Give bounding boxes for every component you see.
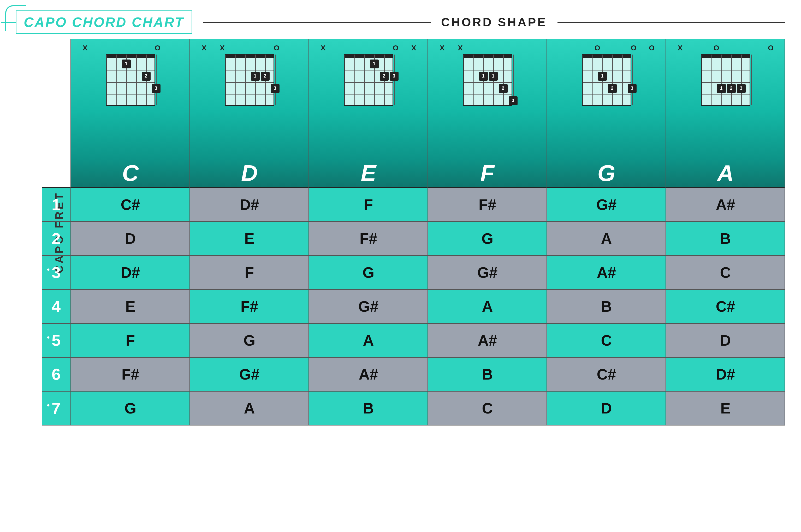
fret-dot: •: [47, 333, 50, 342]
data-cell-fret5-chorde: A: [309, 324, 427, 358]
data-cell-fret3-chordd: F: [190, 256, 308, 290]
string-marker: O: [273, 44, 281, 52]
finger-dot: 2: [608, 84, 617, 93]
string-marker: [291, 44, 299, 52]
string-line: [474, 55, 474, 105]
data-cell-fret7-chorde: B: [309, 392, 427, 425]
string-marker: O: [392, 44, 400, 52]
finger-dot: 3: [390, 72, 399, 81]
chord-col-d: XXO123DD#EFF#GG#A: [190, 39, 309, 425]
string-marker: X: [410, 44, 418, 52]
string-line: [583, 55, 583, 105]
diagram-area: XOO123: [666, 39, 785, 159]
string-markers: XXO: [193, 44, 306, 52]
data-cell-fret7-chordc: G: [71, 392, 190, 425]
finger-dot: 3: [628, 84, 636, 93]
string-marker: [117, 44, 125, 52]
data-cell-fret4-chorde: G#: [309, 290, 427, 324]
diagram-area: XOX123: [309, 39, 427, 159]
data-cell-fret2-chordg: A: [547, 222, 666, 256]
finger-dot: 2: [499, 84, 508, 93]
fret-number: 1: [52, 195, 60, 214]
string-markers: XOO: [669, 44, 782, 52]
chord-shape-label-container: CHORD SHAPE: [203, 15, 785, 29]
data-cell-fret1-chordc: C#: [71, 188, 190, 222]
data-cell-fret5-chordf: A#: [428, 324, 547, 358]
chord-col-e: XOX123EFF#GG#AA#B: [309, 39, 428, 425]
data-cell-fret1-chordf: F#: [428, 188, 547, 222]
data-cell-fret6-chordd: G#: [190, 358, 308, 392]
data-cell-fret2-chordc: D: [71, 222, 190, 256]
finger-dot: 1: [251, 72, 260, 81]
chord-col-a: XOO123AA#BCC#DD#E: [666, 39, 785, 425]
string-marker: [475, 44, 482, 52]
chord-name-row: F: [428, 159, 547, 188]
string-line: [344, 55, 345, 105]
string-marker: O: [593, 44, 601, 52]
finger-dot: 2: [261, 72, 270, 81]
string-line: [741, 55, 742, 105]
string-marker: X: [81, 44, 89, 52]
diagram-area: XX1123: [428, 39, 547, 159]
data-cell-fret4-chordc: E: [71, 290, 190, 324]
chart-wrapper: CAPO FRET 12•34•56•7 XO123CC#DD#EFF#GXXO…: [16, 39, 785, 425]
string-line: [463, 55, 464, 105]
fret-cell: •5: [42, 324, 71, 358]
finger-dot: 1: [717, 84, 726, 93]
data-cell-fret7-chordf: C: [428, 392, 547, 425]
string-marker: O: [630, 44, 637, 52]
string-line: [226, 55, 226, 105]
fret-number: •7: [52, 399, 60, 417]
data-cell-fret6-chordg: C#: [547, 358, 666, 392]
fret-number: •5: [52, 331, 60, 349]
string-line: [592, 55, 593, 105]
chord-shape-line-left: [203, 22, 431, 23]
data-cell-fret5-chorda: D: [666, 324, 785, 358]
string-marker: [511, 44, 519, 52]
finger-dot: 2: [142, 72, 151, 81]
string-markers: XOX: [312, 44, 425, 52]
chord-columns-container: XO123CC#DD#EFF#GXXO123DD#EFF#GG#AXOX123E…: [71, 39, 785, 425]
string-marker: X: [319, 44, 327, 52]
data-cell-fret6-chordf: B: [428, 358, 547, 392]
string-marker: X: [456, 44, 464, 52]
chord-name-row: C: [71, 159, 190, 188]
string-marker: X: [676, 44, 684, 52]
string-marker: [356, 44, 363, 52]
data-cell-fret2-chordf: G: [428, 222, 547, 256]
data-cell-fret3-chorde: G: [309, 256, 427, 290]
chord-name: D: [241, 160, 258, 186]
data-cell-fret4-chordf: A: [428, 290, 547, 324]
string-line: [632, 55, 633, 105]
string-line: [702, 55, 702, 105]
finger-dot: 1: [370, 59, 379, 69]
capo-fret-wrapper: CAPO FRET: [16, 39, 37, 425]
data-cell-fret3-chordf: G#: [428, 256, 547, 290]
chord-col-c: XO123CC#DD#EFF#G: [71, 39, 190, 425]
finger-dot: 1: [598, 72, 607, 81]
chord-name-row: A: [666, 159, 785, 188]
data-cell-fret5-chordd: G: [190, 324, 308, 358]
diagram-area: XO123: [71, 39, 190, 159]
header-area: CAPO CHORD CHART CHORD SHAPE: [16, 11, 785, 34]
string-line: [751, 55, 752, 105]
diagram-area: XXO123: [190, 39, 308, 159]
fret-column: 12•34•56•7: [42, 39, 71, 425]
finger-dot: 3: [152, 84, 160, 93]
string-marker: [493, 44, 500, 52]
string-line: [235, 55, 236, 105]
string-marker: [730, 44, 738, 52]
fret-number: 4: [52, 297, 60, 316]
chord-name-row: D: [190, 159, 308, 188]
string-line: [622, 55, 623, 105]
guitar-diagram: 123: [582, 54, 631, 106]
finger-dot: 1: [479, 72, 488, 81]
fret-cell: •7: [42, 392, 71, 425]
guitar-diagram: 1123: [463, 54, 512, 106]
chord-name: G: [597, 160, 615, 186]
string-marker: X: [438, 44, 446, 52]
string-line: [107, 55, 107, 105]
chord-name-row: G: [547, 159, 666, 188]
string-line: [364, 55, 365, 105]
chord-name: C: [122, 160, 139, 186]
